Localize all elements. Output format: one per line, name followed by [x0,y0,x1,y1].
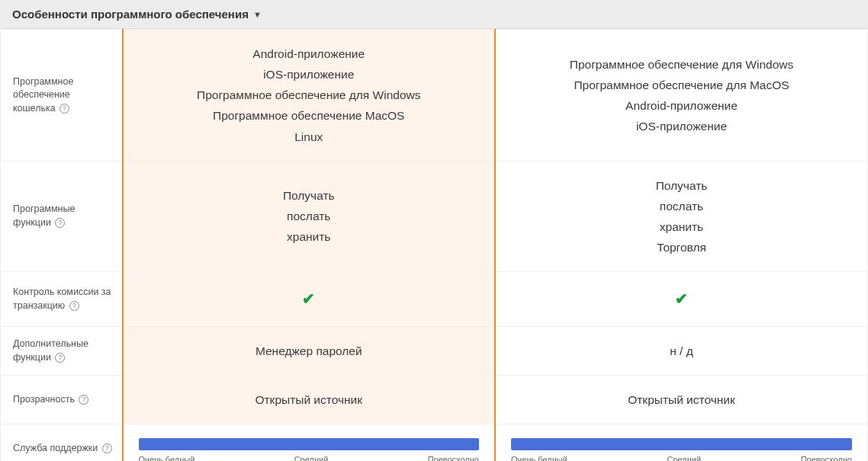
cell-software-functions-left: Получать послать хранить [123,161,496,272]
comparison-table: Программное обеспечение кошелька ? Andro… [0,29,868,461]
check-icon: ✔ [302,290,315,307]
help-icon[interactable]: ? [69,301,79,311]
row-label-support: Служба поддержки ? [1,424,123,461]
row-label-software-functions: Программные функции ? [1,161,123,272]
help-icon[interactable]: ? [79,395,88,405]
help-icon[interactable]: ? [102,443,112,453]
table-row: Служба поддержки ? Очень бедный Средний … [1,424,868,461]
row-label-wallet-software: Программное обеспечение кошелька ? [1,30,123,162]
section-title: Особенности программного обеспечения [12,8,249,21]
cell-fee-control-left: ✔ [123,272,496,327]
row-label-transparency: Прозрачность ? [1,376,123,424]
support-scale: Очень бедный Средний Превосходно [139,455,480,461]
cell-support-left: Очень бедный Средний Превосходно [123,424,496,461]
check-icon: ✔ [675,290,688,307]
row-label-fee-control: Контроль комиссии за транзакцию ? [1,272,123,327]
support-bar [511,438,852,450]
chevron-down-icon: ▼ [253,10,262,19]
table-row: Контроль комиссии за транзакцию ? ✔ ✔ [1,272,868,327]
support-scale: Очень бедный Средний Превосходно [511,455,852,461]
table-row: Программные функции ? Получать послать х… [1,161,868,272]
table-row: Программное обеспечение кошелька ? Andro… [1,30,868,162]
cell-extra-functions-left: Менеджер паролей [123,327,496,376]
section-header[interactable]: Особенности программного обеспечения ▼ [0,0,868,29]
cell-software-functions-right: Получать послать хранить Торговля [495,161,868,272]
help-icon[interactable]: ? [59,104,69,114]
cell-wallet-software-right: Программное обеспечение для Windows Прог… [495,30,868,162]
cell-transparency-right: Открытый источник [495,376,868,424]
help-icon[interactable]: ? [55,218,65,228]
help-icon[interactable]: ? [55,353,65,363]
cell-transparency-left: Открытый источник [123,376,496,424]
table-row: Прозрачность ? Открытый источник Открыты… [1,376,868,424]
support-bar [139,438,480,450]
table-row: Дополнительные функции ? Менеджер пароле… [1,327,868,376]
cell-wallet-software-left: Android-приложение iOS-приложение Програ… [123,30,496,162]
cell-support-right: Очень бедный Средний Превосходно [495,424,868,461]
cell-extra-functions-right: н / д [495,327,868,376]
row-label-extra-functions: Дополнительные функции ? [1,327,123,376]
cell-fee-control-right: ✔ [495,272,868,327]
